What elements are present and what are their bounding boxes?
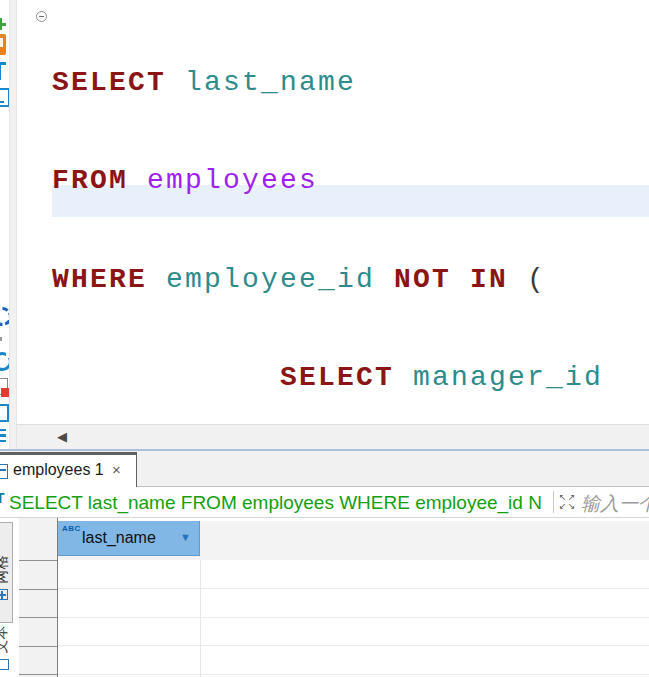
sql-keyword: SELECT <box>280 362 394 393</box>
code-line: FROM employees <box>52 163 649 199</box>
filter-separator <box>553 491 554 513</box>
expand-icon[interactable]: ↖ ↗ ↙ ↘ <box>558 493 578 512</box>
separator-dot <box>0 337 2 341</box>
result-view-tabs: 网格 文本 <box>0 518 19 677</box>
text-view-label: 文本 <box>0 626 11 654</box>
gutter-line <box>19 646 57 647</box>
code-line: WHERE employee_id NOT IN ( <box>52 262 649 298</box>
editor-horizontal-scrollbar[interactable]: ◀ <box>17 424 649 449</box>
text-view-icon <box>0 660 9 671</box>
gutter-line <box>19 617 57 618</box>
list-icon[interactable] <box>0 429 6 443</box>
results-tab-bar: employees 1 × <box>0 451 649 487</box>
grid-view-icon <box>0 590 8 601</box>
grid-result-icon <box>0 464 8 479</box>
fold-collapse-icon[interactable] <box>36 11 47 22</box>
executed-query-text[interactable]: SELECT last_name FROM employees WHERE em… <box>9 492 542 514</box>
execute-script-icon[interactable] <box>0 62 7 81</box>
sql-editor-window: SELECT last_name FROM employees WHERE em… <box>0 0 649 677</box>
tab-label: employees 1 <box>13 461 104 479</box>
sql-keyword: FROM <box>52 165 128 196</box>
sql-column: last_name <box>166 67 356 98</box>
scroll-left-icon[interactable]: ◀ <box>57 429 67 444</box>
sql-keyword: SELECT <box>52 67 166 98</box>
result-filter-bar[interactable]: T SELECT last_name FROM employees WHERE … <box>0 487 649 518</box>
filter-placeholder: 输入一个 SQ <box>581 491 649 517</box>
arrow-sw: ↙ <box>558 502 567 511</box>
tab-employees-1[interactable]: employees 1 × <box>0 452 137 487</box>
document-icon[interactable] <box>0 404 9 422</box>
column-label: last_name <box>82 529 156 547</box>
sql-keyword: NOT IN <box>375 264 508 295</box>
add-icon[interactable] <box>0 17 7 31</box>
gutter-line <box>19 560 57 561</box>
sql-table: employees <box>128 165 318 196</box>
output-panel-badge-icon[interactable] <box>0 378 8 395</box>
sql-paren: ( <box>508 264 546 295</box>
close-icon[interactable]: × <box>112 461 121 478</box>
column-header-last-name[interactable]: ABC last_name ▼ <box>58 521 200 556</box>
sql-keyword: WHERE <box>52 264 147 295</box>
editor-side-toolbar <box>0 0 9 449</box>
code-line: SELECT last_name <box>52 65 649 101</box>
row-line <box>58 617 649 618</box>
arrow-se: ↘ <box>567 502 576 511</box>
sql-code-area[interactable]: SELECT last_name FROM employees WHERE em… <box>52 0 649 425</box>
row-line <box>58 645 649 646</box>
string-type-icon: ABC <box>62 524 81 533</box>
sql-column: manager_id <box>394 362 603 393</box>
sql-text-icon: T <box>0 490 5 506</box>
code-line: SELECT manager_id <box>52 360 649 396</box>
editor-ruler <box>9 0 17 449</box>
row-line <box>58 674 649 675</box>
gutter-line <box>19 589 57 590</box>
row-number-gutter <box>19 518 58 677</box>
execute-statement-icon[interactable] <box>0 34 6 55</box>
results-grid: 网格 文本 ABC last_name ▼ <box>0 518 649 677</box>
gutter-line <box>19 674 57 675</box>
grid-view-label: 网格 <box>0 556 11 584</box>
tab-grid-view[interactable]: 网格 <box>0 541 10 615</box>
sql-column: employee_id <box>147 264 375 295</box>
column-border <box>200 560 201 677</box>
sort-dropdown-icon[interactable]: ▼ <box>180 531 191 543</box>
tab-text-view[interactable]: 文本 <box>0 611 10 677</box>
row-line <box>58 588 649 589</box>
